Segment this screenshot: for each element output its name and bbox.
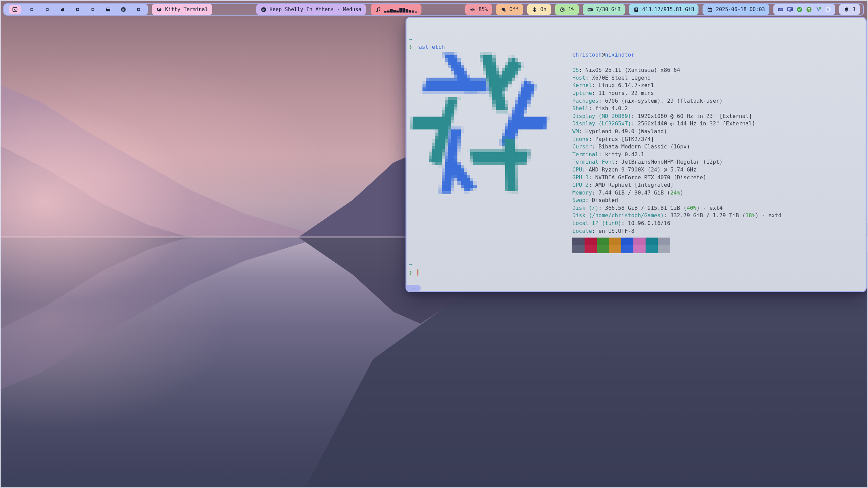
viz-bar-1	[384, 11, 387, 13]
workspace-1[interactable]	[9, 5, 21, 14]
key-icon[interactable]	[806, 6, 812, 13]
cpu-pill[interactable]: 1%	[555, 4, 579, 15]
window-icon	[105, 7, 111, 12]
workspaces-module	[4, 4, 148, 15]
viz-bar-8	[406, 9, 408, 13]
workspace-2[interactable]	[28, 5, 36, 14]
viz-bar-11	[415, 12, 417, 13]
palette-swatch-1-0	[572, 245, 585, 253]
square-icon	[75, 7, 80, 12]
monitor-lock-icon[interactable]	[787, 6, 793, 13]
fastfetch-line-1: christoph@nixinator	[572, 51, 782, 59]
status-bar: Kitty Terminal Keep Shelly In Athens - M…	[3, 3, 864, 16]
palette-swatch-0-0	[572, 238, 585, 245]
viz-bar-6	[399, 8, 402, 13]
disk-icon	[633, 7, 639, 13]
fastfetch-line-4: Host: X670E Steel Legend	[572, 74, 782, 82]
fastfetch-line-12: Icons: Papirus [GTK2/3/4]	[572, 136, 782, 143]
speaker-icon	[470, 7, 475, 13]
viz-bar-9	[409, 10, 411, 13]
square-icon	[136, 7, 141, 12]
fastfetch-line-18: GPU 2: AMD Raphael [Integrated]	[572, 181, 782, 189]
fastfetch-line-22: Disk (/home/christoph/Games): 332.79 GiB…	[572, 212, 782, 220]
calendar-icon	[707, 7, 713, 13]
palette-swatch-1-3	[609, 245, 621, 253]
text-cursor	[417, 269, 418, 276]
prompt-path: ~	[409, 36, 412, 42]
notification-count: 3	[852, 6, 855, 13]
terminal-content: ~ ❯ fastfetch christoph@nixinator-------…	[407, 18, 866, 291]
palette-swatch-0-1	[585, 238, 597, 245]
workspace-5[interactable]	[74, 5, 82, 14]
palette-swatch-1-1	[585, 245, 597, 253]
fastfetch-line-10: Display (LC32G5xT): 868x488 @ 144 Hz i…	[572, 120, 782, 128]
music-note-icon	[375, 7, 381, 13]
music-track-label: Keep Shelly In Athens - Medusa	[270, 6, 361, 13]
network-value: Off	[509, 6, 518, 13]
palette-swatch-1-2	[597, 245, 609, 253]
workspace-9[interactable]	[135, 5, 143, 14]
square-icon	[44, 7, 50, 12]
shell-prompt: ~ ❯ fastfetch	[409, 36, 445, 51]
viz-bar-7	[402, 8, 405, 13]
workspace-7[interactable]	[104, 5, 112, 14]
fastfetch-line-9: Display (MD 20889): 1920x1080 @ 60 Hz in…	[572, 113, 782, 120]
fastfetch-line-24: Locale: en_US.UTF-8	[572, 227, 782, 235]
fastfetch-line-3: OS: NixOS 25.11 (Xantusia) x86_64	[572, 66, 782, 74]
cat-icon	[156, 7, 162, 13]
kitty-terminal-window[interactable]: ~ ❯ fastfetch christoph@nixinator-------…	[406, 17, 867, 292]
nixos-logo	[410, 52, 559, 198]
palette-row-2	[572, 245, 670, 253]
keyboard-icon[interactable]	[777, 6, 784, 13]
viz-bar-3	[390, 9, 393, 13]
volume-pill[interactable]: 85%	[465, 4, 492, 15]
spotify-icon	[261, 7, 267, 13]
bluetooth-pill[interactable]: On	[527, 4, 551, 15]
square-icon	[29, 7, 35, 12]
workspace-8[interactable]	[119, 5, 127, 14]
audio-visualizer	[384, 6, 417, 13]
spotify-tray-icon[interactable]	[825, 6, 831, 13]
terminal-tab[interactable]: ~	[407, 285, 421, 291]
fastfetch-line-2: -------------------	[572, 59, 782, 67]
clock-value: 2025-06-18 00:03	[716, 6, 765, 13]
prompt-symbol: ❯	[409, 269, 412, 276]
window-title-pill[interactable]: Kitty Terminal	[152, 4, 212, 15]
square-icon	[90, 7, 96, 12]
notifications-pill[interactable]: 3	[839, 4, 860, 15]
fastfetch-output: christoph@nixinator-------------------OS…	[572, 51, 782, 235]
network-pill[interactable]: Off	[496, 4, 523, 15]
window-title-label: Kitty Terminal	[165, 6, 208, 13]
palette-swatch-1-6	[646, 245, 658, 253]
music-pill[interactable]: Keep Shelly In Athens - Medusa	[256, 4, 366, 15]
memory-pill[interactable]: 7/30 GiB	[583, 4, 625, 15]
viz-bar-4	[393, 10, 396, 13]
cpu-icon	[559, 7, 565, 13]
disk-pill[interactable]: 413.17/915.81 GiB	[629, 4, 699, 15]
workspace-6[interactable]	[89, 5, 97, 14]
palette-swatch-1-4	[621, 245, 633, 253]
spotify-icon	[121, 7, 126, 12]
memory-value: 7/30 GiB	[596, 6, 620, 13]
fastfetch-line-20: Swap: Disabled	[572, 197, 782, 204]
prompt-symbol: ❯	[409, 44, 412, 50]
fastfetch-line-23: Local IP (tun0): 10.96.0.16/16	[572, 220, 782, 227]
volume-value: 85%	[478, 6, 488, 13]
fastfetch-line-15: Terminal Font: JetBrainsMonoNFM-Regular …	[572, 158, 782, 166]
fastfetch-line-6: Uptime: 11 hours, 22 mins	[572, 89, 782, 97]
terminal-icon	[12, 7, 18, 12]
fastfetch-line-16: CPU: AMD Ryzen 9 7900X (24) @ 5.74 GHz	[572, 166, 782, 174]
workspace-4[interactable]	[58, 5, 66, 14]
visualizer-pill[interactable]	[371, 4, 421, 15]
disk-value: 413.17/915.81 GiB	[642, 6, 694, 13]
fastfetch-line-13: Cursor: Bibata-Modern-Classic (16px)	[572, 143, 782, 151]
clock-pill[interactable]: 2025-06-18 00:03	[703, 4, 769, 15]
wifi-off-icon	[500, 7, 506, 13]
palette-swatch-1-7	[658, 245, 670, 253]
prompt-path: ~	[409, 261, 412, 267]
fastfetch-line-5: Kernel: Linux 6.14.7-zen1	[572, 82, 782, 89]
headset-icon[interactable]	[815, 6, 822, 13]
palette-swatch-1-5	[633, 245, 646, 253]
check-circle-icon[interactable]	[796, 6, 803, 13]
workspace-3[interactable]	[43, 5, 51, 14]
